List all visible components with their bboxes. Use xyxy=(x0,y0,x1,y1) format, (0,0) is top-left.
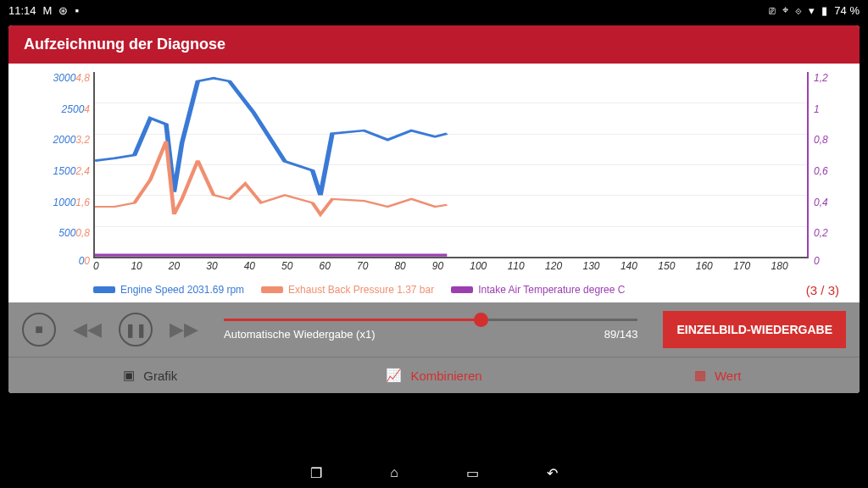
chart-legend: Engine Speed 2031.69 rpm Exhaust Back Pr… xyxy=(25,272,843,302)
app-window: Aufzeichnung der Diagnose 30004,8 25004 … xyxy=(8,25,860,393)
combine-chart-icon: 📈 xyxy=(386,368,402,383)
android-status-bar: 11:14 M ⊛ ▪ ⎚ ⌖ ⟐ ▾ ▮ 74 % xyxy=(0,0,868,20)
chart-plot[interactable] xyxy=(93,72,809,258)
tab-grafik[interactable]: ▣ Grafik xyxy=(8,358,292,393)
pause-button[interactable]: ❚❚ xyxy=(119,313,153,347)
value-icon: ▦ xyxy=(694,368,706,383)
chart-svg xyxy=(95,72,807,257)
vci-icon: ⟐ xyxy=(795,4,802,17)
nav-recent-icon[interactable]: ❐ xyxy=(310,465,322,481)
rewind-button[interactable]: ◀◀ xyxy=(73,319,102,341)
battery-pct: 74 % xyxy=(834,4,860,17)
page-title: Aufzeichnung der Diagnose xyxy=(8,25,860,64)
legend-intake: Intake Air Temperature degree C xyxy=(478,284,625,296)
y-axis-right: 1,2 1 0,8 0,6 0,4 0,2 0 xyxy=(809,72,843,258)
view-tabs: ▣ Grafik 📈 Kombinieren ▦ Wert xyxy=(8,357,860,393)
nav-back-icon[interactable]: ↶ xyxy=(547,465,558,481)
nav-vci-icon[interactable]: ⌂ xyxy=(390,465,398,480)
legend-swatch-exhaust xyxy=(261,286,283,293)
tab-kombinieren[interactable]: 📈 Kombinieren xyxy=(292,358,576,393)
android-nav-bar: ❐ ⌂ ▭ ↶ xyxy=(0,458,868,488)
frame-playback-button[interactable]: EINZELBILD-WIEDERGABE xyxy=(663,311,846,348)
battery-small-icon: ▪ xyxy=(75,4,79,17)
status-time: 11:14 xyxy=(8,4,36,17)
x-axis-ticks: 0102030405060708090100110120130140150160… xyxy=(25,260,843,272)
playback-position-label: 89/143 xyxy=(604,328,638,341)
y-axis-left: 30004,8 25004 20003,2 15002,4 10001,6 50… xyxy=(25,72,93,258)
record-icon: ⊛ xyxy=(58,4,68,17)
legend-swatch-intake xyxy=(451,286,473,293)
wifi-icon: ▾ xyxy=(809,4,815,17)
chart-area: 30004,8 25004 20003,2 15002,4 10001,6 50… xyxy=(8,64,860,302)
nav-screenshot-icon[interactable]: ▭ xyxy=(466,465,479,481)
image-icon: ▣ xyxy=(123,368,135,383)
playback-controls: ■ ◀◀ ❚❚ ▶▶ Automatische Wiedergabe (x1) … xyxy=(8,302,860,357)
mail-icon: M xyxy=(43,4,53,17)
battery-icon: ▮ xyxy=(821,4,827,17)
legend-engine-speed: Engine Speed 2031.69 rpm xyxy=(120,284,244,296)
location-icon: ⌖ xyxy=(782,3,788,17)
page-indicator: (3 / 3) xyxy=(806,283,839,297)
forward-button[interactable]: ▶▶ xyxy=(170,319,198,341)
stop-button[interactable]: ■ xyxy=(22,313,56,347)
legend-exhaust: Exhaust Back Pressure 1.37 bar xyxy=(288,284,434,296)
cast-icon: ⎚ xyxy=(769,4,776,17)
tab-wert[interactable]: ▦ Wert xyxy=(576,358,860,393)
playback-mode-label: Automatische Wiedergabe (x1) xyxy=(224,328,375,341)
progress-bar[interactable]: Automatische Wiedergabe (x1) 89/143 xyxy=(224,319,637,341)
legend-swatch-engine-speed xyxy=(93,286,115,293)
